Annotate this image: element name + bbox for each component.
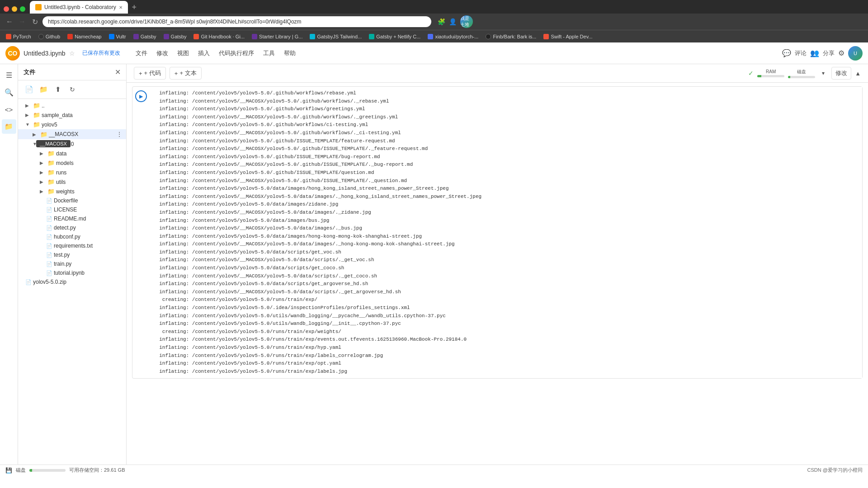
chevron-up-button[interactable]: ▲ — [855, 70, 861, 77]
bookmark-xiaotudui-favicon — [428, 34, 433, 39]
tree-item-readme[interactable]: 📄 README.md — [18, 214, 126, 223]
add-code-button[interactable]: + + 代码 — [134, 67, 166, 80]
tree-item-test[interactable]: 📄 test.py — [18, 250, 126, 259]
tree-item-requirements[interactable]: 📄 requirements.txt — [18, 241, 126, 250]
nav-view[interactable]: 视图 — [173, 47, 193, 59]
bookmark-git-favicon — [193, 34, 199, 39]
bookmark-github[interactable]: Github — [35, 33, 63, 40]
bookmark-swift[interactable]: Swift - Apple Dev... — [540, 33, 595, 40]
tree-item-label: test.py — [54, 252, 70, 258]
bookmark-github-label: Github — [46, 34, 60, 39]
sidebar-icon-code[interactable]: <> — [2, 102, 16, 117]
traffic-light-red[interactable] — [4, 6, 9, 12]
tree-item-zip[interactable]: 📄 yolov5-5.0.zip — [18, 277, 126, 286]
profile-icon[interactable]: 👤 — [449, 18, 457, 25]
tree-item-dotdot[interactable]: ▶ 📁 .. — [18, 101, 126, 110]
address-bar[interactable]: https://colab.research.google.com/drive/… — [42, 16, 431, 27]
upload-button[interactable]: ⬆ — [52, 83, 64, 96]
sidebar-icon-search[interactable]: 🔍 — [2, 85, 16, 99]
tree-item-label: Dockerfile — [54, 197, 78, 204]
refresh-button[interactable]: ↻ — [66, 83, 79, 96]
bookmark-gatsbycloud[interactable]: Gatsby — [160, 33, 190, 40]
bookmark-git[interactable]: Git Handbook · Gi... — [190, 33, 248, 40]
plus-icon: + — [139, 70, 142, 77]
new-folder-button[interactable]: 📁 — [37, 83, 50, 96]
sidebar-icon-folder[interactable]: 📁 — [2, 119, 16, 134]
comment-icon[interactable]: 💬 — [782, 49, 791, 57]
tree-item-data[interactable]: ▶ 📁 data — [18, 149, 126, 158]
nav-runtime[interactable]: 代码执行程序 — [214, 47, 259, 59]
nav-edit[interactable]: 修改 — [152, 47, 173, 59]
sidebar-icon-menu[interactable]: ☰ — [2, 68, 16, 82]
traffic-light-yellow[interactable] — [12, 6, 17, 12]
user-avatar-chrome[interactable]: 我是土堆 — [460, 15, 473, 28]
bookmarks-bar: PyTorch Github Namecheap Vultr Gatsby Ga… — [0, 30, 868, 42]
tree-item-tutorial[interactable]: 📄 tutorial.ipynb — [18, 268, 126, 277]
bookmark-vultr[interactable]: Vultr — [106, 33, 129, 40]
new-tab-button[interactable]: + — [129, 2, 140, 13]
edit-button[interactable]: 修改 — [831, 67, 851, 80]
new-file-button[interactable]: 📄 — [23, 83, 35, 96]
sidebar-close-icon[interactable]: ✕ — [115, 68, 121, 76]
extensions-icon[interactable]: 🧩 — [438, 18, 445, 25]
nav-back-button[interactable]: ← — [5, 18, 14, 26]
tree-item-train[interactable]: 📄 train.py — [18, 259, 126, 268]
tree-item-license[interactable]: 📄 LICENSE — [18, 205, 126, 214]
tree-item-label: utils — [56, 179, 66, 185]
expand-icon: ▶ — [25, 103, 32, 108]
bookmark-pytorch[interactable]: PyTorch — [3, 33, 34, 40]
settings-icon[interactable]: ⚙ — [838, 49, 844, 57]
bookmark-finb[interactable]: Finb/Bark: Bark is... — [482, 33, 539, 40]
bookmark-gatsby[interactable]: Gatsby — [130, 33, 160, 40]
tree-item-detect[interactable]: 📄 detect.py — [18, 223, 126, 232]
bookmark-vultr-favicon — [109, 34, 114, 39]
tree-item-yolov5-50[interactable]: ▼ 📁 yolov5-5.0 — [18, 139, 126, 149]
connect-dropdown[interactable]: ▾ — [819, 69, 828, 78]
colab-user-avatar[interactable]: U — [848, 46, 863, 61]
nav-insert[interactable]: 插入 — [193, 47, 214, 59]
nav-forward-button[interactable]: → — [17, 18, 27, 26]
bookmark-namecheap[interactable]: Namecheap — [64, 33, 104, 40]
run-button[interactable]: ▶ — [135, 90, 147, 102]
tree-item-utils[interactable]: ▶ 📁 utils — [18, 177, 126, 187]
tree-item-label: LICENSE — [54, 206, 77, 213]
share-icon[interactable]: 👥 — [810, 49, 819, 57]
bookmark-namecheap-favicon — [67, 34, 73, 39]
bookmark-xiaotudui[interactable]: xiaotudui/pytorch-... — [425, 33, 481, 40]
bookmark-tailwind[interactable]: GatsbyJS Tailwind... — [307, 33, 365, 40]
toolbar-right-icons: 🧩 👤 我是土堆 — [438, 15, 473, 28]
folder-icon: 📁 — [40, 131, 47, 138]
colab-star-icon[interactable]: ☆ — [69, 50, 75, 57]
tree-item-dockerfile[interactable]: 📄 Dockerfile — [18, 196, 126, 205]
ram-progress-bar[interactable] — [757, 75, 784, 77]
tab-close-icon[interactable]: ✕ — [119, 5, 123, 10]
active-tab[interactable]: Untitled3.ipynb - Colaboratory ✕ — [30, 1, 128, 14]
sidebar-panel: 文件 ✕ 📄 📁 ⬆ ↻ ▶ 📁 .. ▶ — [18, 64, 127, 465]
nav-file[interactable]: 文件 — [131, 47, 152, 59]
nav-reload-button[interactable]: ↻ — [30, 18, 40, 26]
nav-tools[interactable]: 工具 — [259, 47, 279, 59]
tree-item-sample-data[interactable]: ▶ 📁 sample_data — [18, 110, 126, 120]
bookmark-swift-favicon — [543, 34, 549, 39]
comment-label[interactable]: 评论 — [795, 49, 807, 57]
tree-item-macosx[interactable]: ▶ 📁 __MACOSX ⋮ __MACOSX — [18, 129, 126, 139]
traffic-light-green[interactable] — [20, 6, 25, 12]
tab-title: Untitled3.ipynb - Colaboratory — [44, 4, 116, 10]
tree-item-hubconf[interactable]: 📄 hubconf.py — [18, 232, 126, 241]
bookmark-tailwind-label: GatsbyJS Tailwind... — [317, 34, 362, 39]
tree-item-weights[interactable]: ▶ 📁 weights — [18, 187, 126, 196]
colab-filename[interactable]: Untitled3.ipynb — [24, 50, 66, 57]
tab-favicon — [35, 4, 42, 10]
tree-item-menu-icon[interactable]: ⋮ — [116, 131, 123, 138]
tree-item-yolov5[interactable]: ▼ 📁 yolov5 — [18, 120, 126, 129]
colab-nav: 文件 修改 视图 插入 代码执行程序 工具 帮助 — [131, 47, 300, 59]
share-label[interactable]: 分享 — [823, 49, 835, 57]
disk-progress-bar[interactable] — [788, 76, 815, 78]
tree-item-models[interactable]: ▶ 📁 models — [18, 158, 126, 168]
file-icon: 📄 — [46, 225, 52, 231]
add-text-button[interactable]: + + 文本 — [170, 67, 202, 80]
bookmark-starter[interactable]: Starter Library | G... — [249, 33, 306, 40]
tree-item-runs[interactable]: ▶ 📁 runs — [18, 168, 126, 177]
nav-help[interactable]: 帮助 — [279, 47, 300, 59]
bookmark-netlify[interactable]: Gatsby + Netlify C... — [366, 33, 424, 40]
